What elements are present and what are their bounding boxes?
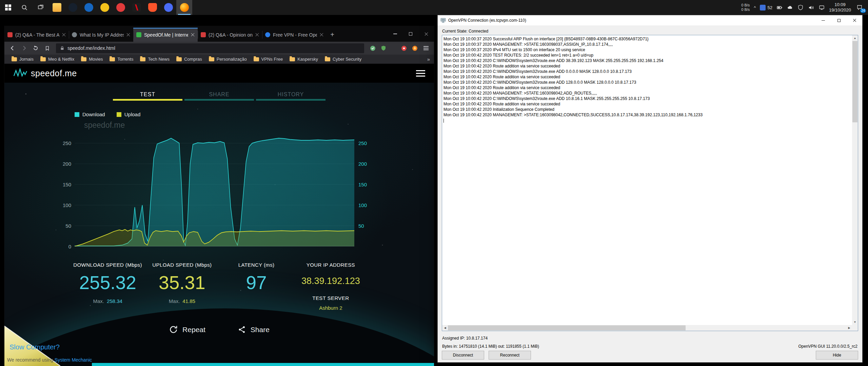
hamburger-icon <box>423 46 429 50</box>
scroll-right-icon[interactable] <box>846 325 852 331</box>
taskbar-app-firefox-active[interactable] <box>176 0 192 15</box>
defender-shield-icon[interactable] <box>797 4 804 11</box>
tab-share[interactable]: SHARE <box>184 92 254 101</box>
forward-button[interactable] <box>19 43 29 53</box>
bookmark-folder-torrents[interactable]: Torrents <box>106 56 136 63</box>
minimize-button[interactable] <box>387 26 403 42</box>
taskbar-app-netflix[interactable] <box>129 0 144 15</box>
reconnect-button[interactable]: Reconnect <box>489 351 531 360</box>
taskbar-app-store[interactable] <box>97 0 113 15</box>
extension-red-button[interactable] <box>399 43 409 53</box>
tab-close-icon[interactable] <box>191 33 195 37</box>
maximize-button[interactable] <box>403 26 418 42</box>
bookmark-label: Cyber Security <box>333 57 361 62</box>
extension-adblock-button[interactable] <box>368 43 378 53</box>
tab-close-icon[interactable] <box>320 33 323 37</box>
tab-test[interactable]: TEST <box>113 92 182 101</box>
browser-window: (2) Q&A - The Best Ad-Free ... What Is M… <box>4 26 434 366</box>
site-logo[interactable]: speedof.me <box>13 68 77 78</box>
tab-title: SpeedOf.Me | Internet speed... <box>144 32 188 38</box>
tray-overflow-chevron[interactable]: ^ <box>754 5 756 10</box>
share-button[interactable]: Share <box>238 325 270 334</box>
bookmark-folder-compras[interactable]: Compras <box>173 56 205 63</box>
taskbar-app-edge[interactable] <box>81 0 97 15</box>
openvpn-titlebar[interactable]: OpenVPN Connection (es.tcpvpn.com-110) <box>438 15 862 25</box>
y-tick-label: 0 <box>68 244 71 249</box>
bookmark-folder-personalizacao[interactable]: Personalização <box>206 56 250 63</box>
opera-icon <box>116 3 125 12</box>
scroll-left-icon[interactable] <box>442 325 448 331</box>
bookmark-icon <box>45 46 50 51</box>
taskbar-app-file-explorer[interactable] <box>49 0 65 15</box>
new-tab-button[interactable]: + <box>327 28 338 42</box>
vertical-scroll-thumb[interactable] <box>852 41 857 122</box>
onedrive-cloud-icon[interactable] <box>787 4 793 11</box>
minimize-button[interactable] <box>815 15 831 25</box>
browser-tab-2[interactable]: What Is My IP Address? - Chi... <box>69 28 133 42</box>
vertical-scrollbar[interactable] <box>852 35 858 325</box>
disconnect-button[interactable]: Disconnect <box>442 351 484 360</box>
task-view-icon <box>38 4 44 11</box>
taskbar-clock[interactable]: 10:09 19/10/2020 <box>829 2 851 13</box>
bookmark-folder-jornais[interactable]: Jornais <box>8 56 37 63</box>
bookmarks-overflow-button[interactable]: » <box>427 56 430 62</box>
net-speed-down: 0 B/s <box>741 7 750 12</box>
bookmark-folder-tech-news[interactable]: Tech News <box>137 56 173 63</box>
bookmark-folder-vpns-free[interactable]: VPNs Free <box>251 56 286 63</box>
taskbar-app-opera[interactable] <box>113 0 129 15</box>
start-button[interactable] <box>0 0 16 15</box>
bookmark-folder-cyber-security[interactable]: Cyber Security <box>322 56 364 63</box>
browser-tab-1[interactable]: (2) Q&A - The Best Ad-Free ... <box>4 28 69 42</box>
bookmark-button[interactable] <box>42 43 53 53</box>
tab-history[interactable]: HISTORY <box>256 92 326 101</box>
tab-close-icon[interactable] <box>62 33 66 37</box>
widget-icon <box>760 5 766 11</box>
net-speed-monitor[interactable]: 0 B/s 0 B/s <box>741 3 750 12</box>
action-center-button[interactable]: 24 <box>855 3 864 12</box>
address-bar[interactable]: speedof.me/index.html <box>56 43 364 53</box>
extension-orange-button[interactable] <box>410 43 420 53</box>
reload-button[interactable] <box>30 43 41 53</box>
site-menu-button[interactable] <box>416 70 425 77</box>
openvpn-app-icon <box>440 18 446 23</box>
bookmark-folder-meo-netflix[interactable]: Meo & Netflix <box>37 56 77 63</box>
browser-tab-5[interactable]: Free VPN - Free OpenVPN an... <box>262 28 327 42</box>
tray-widget[interactable]: 52 <box>760 5 772 11</box>
tab-favicon <box>72 32 77 37</box>
bookmark-folder-kaspersky[interactable]: Kaspersky <box>287 56 321 63</box>
browser-tab-4[interactable]: (2) Q&A - Opinion on fastest... <box>198 28 262 42</box>
taskbar-app-brave[interactable] <box>144 0 160 15</box>
promo-link[interactable]: System Mechanic <box>55 357 92 363</box>
download-max: Max.258.34 <box>71 298 145 304</box>
volume-icon[interactable] <box>808 4 814 11</box>
horizontal-scrollbar[interactable] <box>442 325 852 331</box>
close-button[interactable] <box>418 26 434 42</box>
tab-close-icon[interactable] <box>255 33 259 37</box>
clock-date: 19/10/2020 <box>829 7 851 13</box>
horizontal-scroll-thumb[interactable] <box>448 325 686 330</box>
extension-shield-button[interactable] <box>378 43 389 53</box>
hide-button[interactable]: Hide <box>816 351 858 360</box>
bookmark-folder-movies[interactable]: Movies <box>78 56 106 63</box>
scroll-up-icon[interactable] <box>852 35 858 41</box>
upload-max: Max.41.85 <box>145 298 219 304</box>
repeat-button[interactable]: Repeat <box>169 325 205 334</box>
legend-upload-label: Upload <box>124 111 141 117</box>
taskbar-app-downloads[interactable] <box>160 0 176 15</box>
menu-button[interactable] <box>420 43 431 53</box>
promo-title[interactable]: Slow Computer? <box>9 343 60 351</box>
task-view-button[interactable] <box>33 0 49 15</box>
battery-icon[interactable] <box>776 4 783 11</box>
browser-tab-3-active[interactable]: SpeedOf.Me | Internet speed... <box>133 28 198 42</box>
back-button[interactable] <box>7 43 18 53</box>
notification-badge: 24 <box>860 8 866 13</box>
search-button[interactable] <box>16 0 33 15</box>
network-icon[interactable] <box>818 4 825 11</box>
close-button[interactable] <box>847 15 862 25</box>
log-output-box[interactable]: Mon Oct 19 10:00:37 2020 Successful ARP … <box>442 35 858 331</box>
bookmark-label: Meo & Netflix <box>48 57 74 62</box>
maximize-button[interactable] <box>831 15 847 25</box>
taskbar-app-steam[interactable] <box>65 0 81 15</box>
tab-close-icon[interactable] <box>126 33 130 37</box>
scroll-down-icon[interactable] <box>852 319 858 325</box>
